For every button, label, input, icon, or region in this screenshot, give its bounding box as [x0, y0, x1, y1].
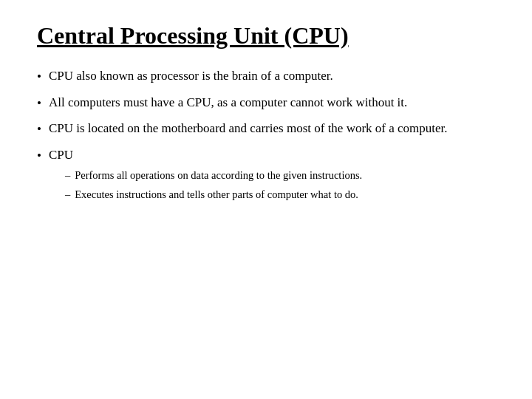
list-item: – Executes instructions and tells other … [65, 187, 495, 202]
sub-text-1: Performs all operations on data accordin… [75, 168, 495, 183]
list-item: • All computers must have a CPU, as a co… [37, 94, 495, 113]
bullet-text-3: CPU is located on the motherboard and ca… [49, 120, 495, 138]
list-item: • CPU is located on the motherboard and … [37, 120, 495, 139]
bullet-dot-1: • [37, 68, 41, 86]
sub-dash-1: – [65, 168, 70, 183]
sub-dash-2: – [65, 187, 70, 202]
bullet-text-1: CPU also known as processor is the brain… [49, 67, 495, 86]
page-title: Central Processing Unit (CPU) [37, 22, 495, 50]
sub-text-2: Executes instructions and tells other pa… [75, 187, 495, 202]
bullet-dot-4: • [37, 147, 41, 166]
list-item: • CPU also known as processor is the bra… [37, 67, 495, 86]
sub-bullet-list: – Performs all operations on data accord… [65, 168, 495, 202]
slide: Central Processing Unit (CPU) • CPU also… [0, 0, 532, 399]
content-area: • CPU also known as processor is the bra… [37, 67, 495, 377]
list-item: – Performs all operations on data accord… [65, 168, 495, 183]
bullet-dot-2: • [37, 95, 41, 113]
bullet-text-2: All computers must have a CPU, as a comp… [49, 94, 495, 112]
bullet-list: • CPU also known as processor is the bra… [37, 67, 495, 214]
bullet-cpu-label: CPU [49, 148, 73, 162]
bullet-dot-3: • [37, 120, 41, 139]
bullet-text-4: CPU – Performs all operations on data ac… [49, 146, 495, 206]
list-item: • CPU – Performs all operations on data … [37, 146, 495, 206]
